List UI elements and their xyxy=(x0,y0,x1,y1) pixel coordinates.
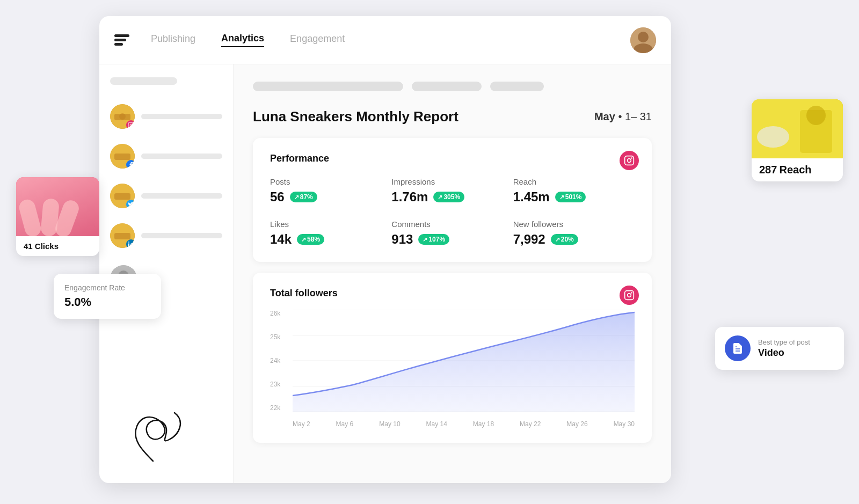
metrics-grid: Posts 56 87% Impressions 1.76m 305% xyxy=(270,177,635,247)
best-post-text: Best type of post Video xyxy=(758,338,810,359)
svg-point-24 xyxy=(631,292,632,294)
performance-card: Performance Posts 56 87% Impressions xyxy=(253,138,652,262)
report-title: Luna Sneakers Monthly Report xyxy=(253,108,458,125)
sidebar-account-instagram[interactable] xyxy=(110,100,222,133)
metric-likes-value: 14k xyxy=(270,232,292,247)
sidebar-account-line xyxy=(141,114,222,119)
svg-point-1 xyxy=(638,32,649,42)
metric-posts-value: 56 xyxy=(270,189,285,204)
chart-area-fill xyxy=(293,312,635,412)
metric-impressions: Impressions 1.76m 305% xyxy=(391,177,513,204)
metric-followers-label: New followers xyxy=(513,220,635,229)
chart-svg xyxy=(293,310,635,412)
float-clicks-card: 41 Clicks xyxy=(16,177,99,256)
chart-title: Total followers xyxy=(270,288,635,299)
svg-point-32 xyxy=(806,106,826,125)
report-area: Luna Sneakers Monthly Report May • 1– 31 xyxy=(234,64,671,483)
y-label-23k: 23k xyxy=(270,381,280,388)
nav-publishing[interactable]: Publishing xyxy=(151,33,195,47)
instagram-icon xyxy=(620,151,639,170)
sidebar-skeleton-header xyxy=(110,77,177,85)
nav-engagement[interactable]: Engagement xyxy=(290,33,345,47)
sneaker-hands-decoration xyxy=(16,177,99,236)
float-reach-label: 287 Reach xyxy=(752,158,843,181)
float-best-post-card: Best type of post Video xyxy=(715,327,844,370)
x-label-may6: May 6 xyxy=(336,420,354,428)
navbar: Publishing Analytics Engagement xyxy=(99,16,671,64)
svg-point-7 xyxy=(130,124,132,126)
metric-reach: Reach 1.45m 501% xyxy=(513,177,635,204)
chart-svg-area xyxy=(293,310,635,412)
float-reach-value: 287 xyxy=(759,164,777,176)
svg-rect-19 xyxy=(625,156,634,165)
report-header: Luna Sneakers Monthly Report May • 1– 31 xyxy=(253,108,652,125)
user-avatar[interactable] xyxy=(630,27,656,53)
metric-comments: Comments 913 107% xyxy=(391,220,513,247)
sidebar-account-linkedin[interactable] xyxy=(110,219,222,252)
svg-point-23 xyxy=(628,294,631,297)
top-skeletons xyxy=(253,82,652,91)
svg-rect-14 xyxy=(114,233,130,239)
metric-impressions-value: 1.76m xyxy=(391,189,428,204)
skeleton-bar-2 xyxy=(412,82,482,91)
skeleton-bar-1 xyxy=(253,82,403,91)
float-engagement-title: Engagement Rate xyxy=(64,283,150,292)
y-label-22k: 22k xyxy=(270,404,280,412)
svg-point-20 xyxy=(628,159,631,163)
x-label-may14: May 14 xyxy=(426,420,447,428)
metric-followers-value: 7,992 xyxy=(513,232,545,247)
reach-image-svg xyxy=(752,99,843,158)
svg-point-8 xyxy=(132,123,133,125)
chart-container: 26k 25k 24k 23k 22k xyxy=(270,310,635,428)
svg-point-33 xyxy=(757,126,789,148)
metric-likes: Likes 14k 58% xyxy=(270,220,391,247)
chart-x-labels: May 2 May 6 May 10 May 14 May 18 May 22 … xyxy=(293,420,635,428)
sidebar-avatar-twitter xyxy=(110,184,135,208)
metric-posts: Posts 56 87% xyxy=(270,177,391,204)
logo-bar-1 xyxy=(114,34,129,37)
float-clicks-label: 41 Clicks xyxy=(16,236,99,256)
x-label-may22: May 22 xyxy=(520,420,541,428)
metric-likes-row: 14k 58% xyxy=(270,232,391,247)
metric-posts-label: Posts xyxy=(270,177,391,186)
sidebar-avatar-linkedin xyxy=(110,223,135,248)
float-engagement-value: 5.0% xyxy=(64,295,150,309)
svg-point-15 xyxy=(128,242,129,243)
performance-title: Performance xyxy=(270,153,635,164)
x-label-may18: May 18 xyxy=(473,420,494,428)
content-area: Luna Sneakers Monthly Report May • 1– 31 xyxy=(99,64,671,483)
metric-impressions-label: Impressions xyxy=(391,177,513,186)
metric-likes-badge: 58% xyxy=(297,234,324,245)
sidebar-account-facebook[interactable] xyxy=(110,140,222,173)
nav-analytics[interactable]: Analytics xyxy=(221,33,264,47)
metric-followers-badge: 20% xyxy=(551,234,578,245)
svg-point-21 xyxy=(631,157,632,159)
svg-rect-12 xyxy=(114,193,130,200)
sidebar-account-twitter[interactable] xyxy=(110,179,222,213)
metric-posts-badge: 87% xyxy=(290,192,317,202)
metric-likes-label: Likes xyxy=(270,220,391,229)
report-date-separator: • xyxy=(618,111,625,122)
logo-bar-2 xyxy=(114,39,126,41)
instagram-icon-chart xyxy=(620,286,639,305)
sidebar-account-line xyxy=(141,193,222,199)
sidebar-avatar-instagram xyxy=(110,104,135,129)
metric-reach-badge: 501% xyxy=(555,192,586,202)
x-label-may30: May 30 xyxy=(614,420,635,428)
x-label-may2: May 2 xyxy=(293,420,310,428)
sidebar-account-line xyxy=(141,154,222,159)
sidebar-avatar-facebook xyxy=(110,144,135,169)
y-label-24k: 24k xyxy=(270,357,280,364)
nav-links: Publishing Analytics Engagement xyxy=(151,33,345,47)
best-post-label-text: Best type of post xyxy=(758,338,810,346)
metric-comments-badge: 107% xyxy=(418,234,449,245)
best-post-value-text: Video xyxy=(758,347,810,359)
metric-reach-value: 1.45m xyxy=(513,189,550,204)
metric-comments-value: 913 xyxy=(391,232,413,247)
metric-impressions-row: 1.76m 305% xyxy=(391,189,513,204)
svg-rect-22 xyxy=(625,291,634,300)
metric-reach-row: 1.45m 501% xyxy=(513,189,635,204)
y-label-26k: 26k xyxy=(270,310,280,317)
svg-rect-6 xyxy=(128,122,134,128)
logo-bar-3 xyxy=(114,43,123,46)
